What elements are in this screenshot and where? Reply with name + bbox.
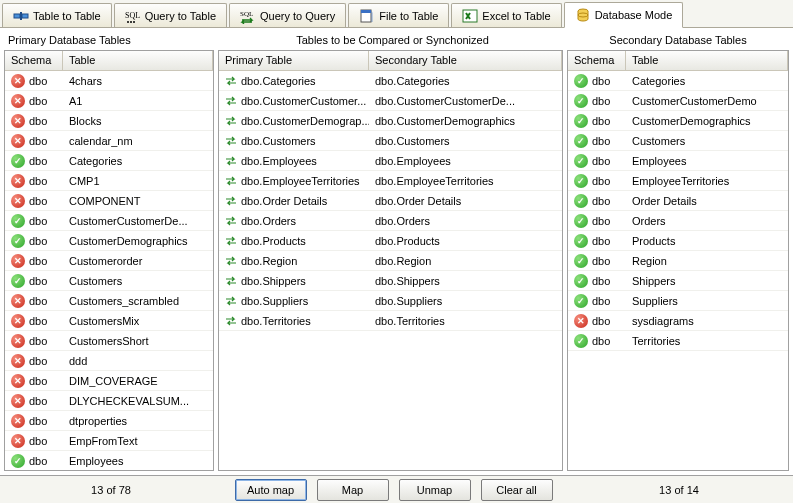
col-primary-table[interactable]: Primary Table: [219, 51, 369, 70]
error-icon: [11, 414, 25, 428]
schema-cell: dbo: [5, 74, 63, 88]
primary-table-text: dbo.Order Details: [241, 195, 327, 207]
table-row[interactable]: dbo.EmployeeTerritoriesdbo.EmployeeTerri…: [219, 171, 562, 191]
table-cell: Customers: [63, 275, 213, 287]
table-row[interactable]: dbo.Order Detailsdbo.Order Details: [219, 191, 562, 211]
primary-table-cell: dbo.CustomerDemograp...: [219, 115, 369, 127]
table-row[interactable]: dboEmployees: [5, 451, 213, 470]
table-row[interactable]: dboCustomerCustomerDemo: [568, 91, 788, 111]
table-row[interactable]: dboCMP1: [5, 171, 213, 191]
schema-text: dbo: [592, 195, 610, 207]
table-row[interactable]: dboOrders: [568, 211, 788, 231]
table-row[interactable]: dboCustomers: [5, 271, 213, 291]
primary-table-text: dbo.Categories: [241, 75, 316, 87]
table-row[interactable]: dbo.Customersdbo.Customers: [219, 131, 562, 151]
primary-table-text: dbo.Shippers: [241, 275, 306, 287]
table-row[interactable]: dbo.Productsdbo.Products: [219, 231, 562, 251]
col-table[interactable]: Table: [626, 51, 788, 70]
table-row[interactable]: dboCustomerDemographics: [5, 231, 213, 251]
compared-tables-title: Tables to be Compared or Synchonized: [220, 34, 565, 46]
table-row[interactable]: dboCustomerorder: [5, 251, 213, 271]
table-cell: Territories: [626, 335, 788, 347]
col-schema[interactable]: Schema: [568, 51, 626, 70]
table-row[interactable]: dboCustomerCustomerDe...: [5, 211, 213, 231]
table-row[interactable]: dboddd: [5, 351, 213, 371]
primary-table-text: dbo.Products: [241, 235, 306, 247]
table-row[interactable]: dboOrder Details: [568, 191, 788, 211]
table-row[interactable]: dboCustomersShort: [5, 331, 213, 351]
sql-icon: SQL: [125, 8, 141, 24]
sql-swap-icon: SQL: [240, 8, 256, 24]
table-row[interactable]: dboDIM_COVERAGE: [5, 371, 213, 391]
table-row[interactable]: dboDLYCHECKEVALSUM...: [5, 391, 213, 411]
tab-database-mode[interactable]: Database Mode: [564, 2, 684, 28]
map-button[interactable]: Map: [317, 479, 389, 501]
col-secondary-table[interactable]: Secondary Table: [369, 51, 562, 70]
table-row[interactable]: dboSuppliers: [568, 291, 788, 311]
table-row[interactable]: dbo.CustomerDemograp...dbo.CustomerDemog…: [219, 111, 562, 131]
table-row[interactable]: dboEmployeeTerritories: [568, 171, 788, 191]
tab-excel-to-table[interactable]: Excel to Table: [451, 3, 561, 27]
table-row[interactable]: dboCategories: [568, 71, 788, 91]
table-row[interactable]: dboCOMPONENT: [5, 191, 213, 211]
table-cell: calendar_nm: [63, 135, 213, 147]
table-cell: CustomerCustomerDe...: [63, 215, 213, 227]
table-row[interactable]: dboCustomers: [568, 131, 788, 151]
primary-tables-title: Primary Database Tables: [6, 34, 216, 46]
table-cell: Customers_scrambled: [63, 295, 213, 307]
secondary-table-cell: dbo.Employees: [369, 155, 562, 167]
primary-table-cell: dbo.Orders: [219, 215, 369, 227]
table-row[interactable]: dboBlocks: [5, 111, 213, 131]
table-row[interactable]: dboEmpFromText: [5, 431, 213, 451]
table-row[interactable]: dboTerritories: [568, 331, 788, 351]
table-row[interactable]: dbo.Ordersdbo.Orders: [219, 211, 562, 231]
automap-button[interactable]: Auto map: [235, 479, 307, 501]
table-row[interactable]: dbocalendar_nm: [5, 131, 213, 151]
secondary-tables-panel: Schema Table dboCategoriesdboCustomerCus…: [567, 50, 789, 471]
table-cell: EmployeeTerritories: [626, 175, 788, 187]
tab-query-to-table[interactable]: SQLQuery to Table: [114, 3, 227, 27]
tab-file-to-table[interactable]: File to Table: [348, 3, 449, 27]
col-table[interactable]: Table: [63, 51, 213, 70]
table-row[interactable]: dbo.Regiondbo.Region: [219, 251, 562, 271]
table-cell: CustomerDemographics: [626, 115, 788, 127]
table-row[interactable]: dbo4chars: [5, 71, 213, 91]
table-row[interactable]: dbo.Categoriesdbo.Categories: [219, 71, 562, 91]
tab-label: Database Mode: [595, 9, 673, 21]
table-row[interactable]: dboRegion: [568, 251, 788, 271]
primary-table-text: dbo.Employees: [241, 155, 317, 167]
clearall-button[interactable]: Clear all: [481, 479, 553, 501]
table-row[interactable]: dbosysdiagrams: [568, 311, 788, 331]
check-icon: [11, 214, 25, 228]
table-row[interactable]: dboCustomersMix: [5, 311, 213, 331]
table-row[interactable]: dboCategories: [5, 151, 213, 171]
table-row[interactable]: dbo.Employeesdbo.Employees: [219, 151, 562, 171]
table-cell: A1: [63, 95, 213, 107]
secondary-tables-body[interactable]: dboCategoriesdboCustomerCustomerDemodboC…: [568, 71, 788, 470]
table-row[interactable]: dboCustomers_scrambled: [5, 291, 213, 311]
compared-tables-header: Primary Table Secondary Table: [219, 51, 562, 71]
table-row[interactable]: dbo.CustomerCustomer...dbo.CustomerCusto…: [219, 91, 562, 111]
tab-table-to-table[interactable]: Table to Table: [2, 3, 112, 27]
panel-titles: Primary Database Tables Tables to be Com…: [0, 28, 793, 48]
table-row[interactable]: dboProducts: [568, 231, 788, 251]
table-cell: Employees: [626, 155, 788, 167]
table-row[interactable]: dboEmployees: [568, 151, 788, 171]
table-cell: sysdiagrams: [626, 315, 788, 327]
unmap-button[interactable]: Unmap: [399, 479, 471, 501]
table-row[interactable]: dboShippers: [568, 271, 788, 291]
col-schema[interactable]: Schema: [5, 51, 63, 70]
error-icon: [11, 94, 25, 108]
table-row[interactable]: dboCustomerDemographics: [568, 111, 788, 131]
table-row[interactable]: dbo.Territoriesdbo.Territories: [219, 311, 562, 331]
table-row[interactable]: dbodtproperties: [5, 411, 213, 431]
table-row[interactable]: dbo.Shippersdbo.Shippers: [219, 271, 562, 291]
schema-text: dbo: [29, 275, 47, 287]
table-row[interactable]: dboA1: [5, 91, 213, 111]
tab-label: File to Table: [379, 10, 438, 22]
compared-tables-body[interactable]: dbo.Categoriesdbo.Categoriesdbo.Customer…: [219, 71, 562, 470]
secondary-table-cell: dbo.Territories: [369, 315, 562, 327]
tab-query-to-query[interactable]: SQLQuery to Query: [229, 3, 346, 27]
table-row[interactable]: dbo.Suppliersdbo.Suppliers: [219, 291, 562, 311]
primary-tables-body[interactable]: dbo4charsdboA1dboBlocksdbocalendar_nmdbo…: [5, 71, 213, 470]
